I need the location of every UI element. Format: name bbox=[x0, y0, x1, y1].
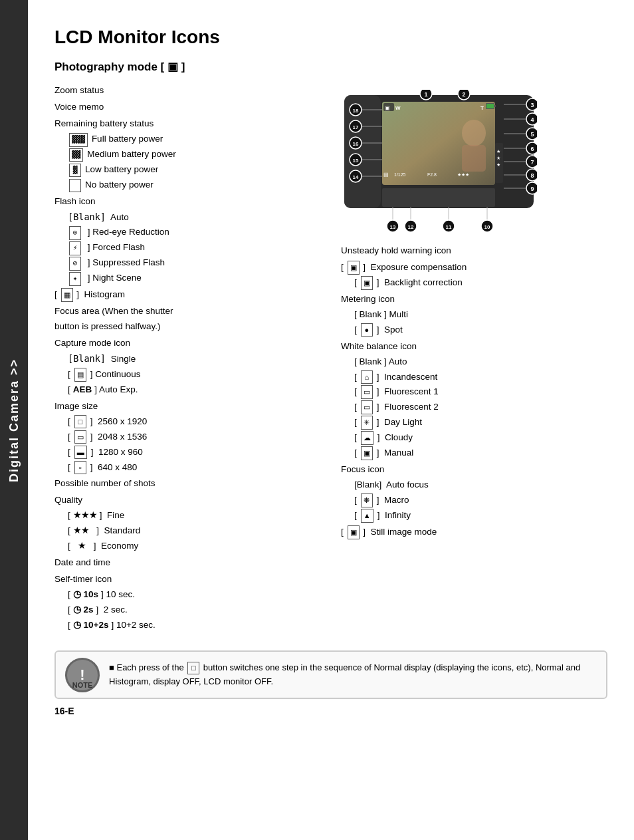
svg-text:4: 4 bbox=[530, 116, 534, 123]
list-item: [ ▲ ] Infinity bbox=[354, 508, 607, 523]
list-item: ▓ Low battery power bbox=[68, 162, 321, 178]
page-title: LCD Monitor Icons bbox=[54, 27, 607, 48]
list-item: [ AEB ] Auto Exp. bbox=[68, 382, 321, 398]
exposure-sub: [ ▣ ] Backlight correction bbox=[354, 275, 607, 291]
note-content: ■ Each press of the □ button switches on… bbox=[109, 661, 595, 689]
list-item: [Blank] Auto bbox=[68, 210, 321, 225]
battery-sub: ▓▓▓ Full battery power ▓▓ Medium battery… bbox=[68, 132, 321, 193]
svg-text:3: 3 bbox=[530, 102, 534, 108]
svg-text:1: 1 bbox=[424, 91, 427, 98]
list-item: [◷ 2s ] 2 sec. bbox=[68, 603, 321, 618]
sidebar-label: Digital Camera >> bbox=[7, 358, 21, 482]
list-item: Voice memo bbox=[54, 100, 321, 115]
list-item: [ ▬ ] 1280 x 960 bbox=[68, 445, 321, 460]
svg-text:13: 13 bbox=[390, 224, 396, 230]
list-item: [ ★★ ] Standard bbox=[68, 523, 321, 539]
svg-text:W: W bbox=[395, 105, 401, 111]
svg-point-4 bbox=[462, 120, 486, 146]
list-item: White balance icon [ Blank ] Auto [ ⌂ ] … bbox=[341, 339, 607, 462]
svg-text:F2.8: F2.8 bbox=[427, 172, 437, 177]
page-number: 16-E bbox=[54, 706, 74, 716]
list-item: No battery power bbox=[68, 178, 321, 193]
svg-text:11: 11 bbox=[446, 224, 452, 230]
list-item: ▓▓▓ Full battery power bbox=[68, 132, 321, 147]
list-item: Capture mode icon [Blank] Single [ ▤ ] C… bbox=[54, 336, 321, 398]
list-item: Image size [ □ ] 2560 x 1920 [ ▭ ] 2048 … bbox=[54, 399, 321, 476]
svg-rect-64 bbox=[382, 188, 495, 207]
list-item: [Blank] Auto focus bbox=[354, 478, 607, 493]
list-item: Date and time bbox=[54, 555, 321, 571]
camera-diagram: ▣ W T ▤ 1/125 F2.8 ★★★ ★ ★ bbox=[341, 90, 537, 233]
whitebalance-sub: [ Blank ] Auto [ ⌂ ] Incandescent [ ▭ ] … bbox=[354, 354, 607, 462]
note-box: ! NOTE ■ Each press of the □ button swit… bbox=[54, 650, 607, 700]
svg-text:5: 5 bbox=[530, 131, 534, 138]
flash-sub: [Blank] Auto ⊙ ] Red-eye Reduction ⚡ ] F… bbox=[68, 210, 321, 287]
list-item: Focus icon [Blank] Auto focus [ ❋ ] Macr… bbox=[341, 462, 607, 523]
metering-sub: [ Blank ] Multi [ ● ] Spot bbox=[354, 307, 607, 338]
page-footer: 16-E bbox=[54, 706, 607, 716]
note-label: NOTE bbox=[65, 680, 100, 692]
svg-text:15: 15 bbox=[353, 158, 359, 164]
list-item: Zoom status bbox=[54, 83, 321, 98]
svg-text:14: 14 bbox=[353, 174, 359, 180]
svg-text:1/125: 1/125 bbox=[394, 172, 406, 177]
list-item: [ ▭ ] Fluorescent 2 bbox=[354, 400, 607, 415]
capture-sub: [Blank] Single [ ▤ ] Continuous [ AEB ] … bbox=[68, 351, 321, 398]
svg-rect-5 bbox=[462, 145, 486, 172]
list-item: [ Blank ] Multi bbox=[354, 307, 607, 323]
sidebar: Digital Camera >> bbox=[0, 0, 28, 840]
list-item: Remaining battery status ▓▓▓ Full batter… bbox=[54, 116, 321, 193]
svg-rect-11 bbox=[494, 105, 496, 107]
list-item: [ ▭ ] Fluorescent 1 bbox=[354, 384, 607, 400]
list-item: Self-timer icon [◷ 10s] 10 sec. [◷ 2s ] … bbox=[54, 572, 321, 633]
camera-svg: ▣ W T ▤ 1/125 F2.8 ★★★ ★ ★ bbox=[341, 90, 537, 233]
selftimer-sub: [◷ 10s] 10 sec. [◷ 2s ] 2 sec. [◷ 10+2s … bbox=[68, 587, 321, 633]
svg-text:★★★: ★★★ bbox=[457, 172, 469, 177]
svg-text:T: T bbox=[480, 105, 484, 111]
svg-rect-12 bbox=[486, 104, 494, 108]
svg-text:▣: ▣ bbox=[385, 105, 390, 111]
list-item: [Blank] Single bbox=[68, 351, 321, 367]
svg-text:9: 9 bbox=[530, 186, 534, 192]
list-item: [ ★★★ ] Fine bbox=[68, 508, 321, 523]
content-columns: Zoom status Voice memo Remaining battery… bbox=[54, 83, 607, 634]
list-item-possible-shots: Possible number of shots bbox=[54, 476, 321, 491]
left-column: Zoom status Voice memo Remaining battery… bbox=[54, 83, 321, 634]
svg-text:▤: ▤ bbox=[383, 172, 389, 178]
list-item: [ ▤ ] Continuous bbox=[68, 367, 321, 382]
svg-text:16: 16 bbox=[353, 141, 359, 147]
svg-text:10: 10 bbox=[484, 224, 490, 230]
list-item: [ ❋ ] Macro bbox=[354, 493, 607, 508]
right-column: ▣ W T ▤ 1/125 F2.8 ★★★ ★ ★ bbox=[341, 83, 607, 634]
list-item: Focus area (When the shutterbutton is pr… bbox=[54, 304, 321, 335]
svg-text:12: 12 bbox=[408, 224, 414, 230]
svg-text:2: 2 bbox=[462, 91, 465, 98]
svg-text:7: 7 bbox=[530, 159, 534, 166]
list-item-backlight: [ ▣ ] Backlight correction bbox=[354, 275, 607, 291]
list-item: Unsteady hold warning icon bbox=[341, 243, 607, 259]
svg-text:18: 18 bbox=[353, 108, 359, 114]
svg-text:6: 6 bbox=[530, 146, 534, 152]
list-item: ▓▓ Medium battery power bbox=[68, 147, 321, 162]
list-item: Flash icon [Blank] Auto ⊙ ] Red-eye Redu… bbox=[54, 194, 321, 287]
list-item: [ Blank ] Auto bbox=[354, 354, 607, 370]
list-item: ⊘ ] Suppressed Flash bbox=[68, 255, 321, 271]
list-item: [ ▭ ] 2048 x 1536 bbox=[68, 430, 321, 445]
list-item: [◷ 10+2s ] 10+2 sec. bbox=[68, 618, 321, 633]
list-item: [ ▣ ] Exposure compensation [ ▣ ] Backli… bbox=[341, 260, 607, 291]
list-item: [ □ ] 2560 x 1920 bbox=[68, 414, 321, 430]
list-item: [ ▣ ] Still image mode bbox=[341, 525, 607, 540]
imagesize-sub: [ □ ] 2560 x 1920 [ ▭ ] 2048 x 1536 [ ▬ … bbox=[68, 414, 321, 476]
list-item: [ ▦ ] Histogram bbox=[54, 287, 321, 303]
list-item: [ ✳ ] Day Light bbox=[354, 415, 607, 430]
svg-text:★: ★ bbox=[496, 149, 500, 154]
quality-sub: [ ★★★ ] Fine [ ★★ ] Standard [ ★ ] Econo… bbox=[68, 508, 321, 554]
list-item: [ ★ ] Economy bbox=[68, 539, 321, 554]
list-item: Metering icon [ Blank ] Multi [ ● ] Spot bbox=[341, 292, 607, 338]
list-item: ⚡ ] Forced Flash bbox=[68, 240, 321, 255]
list-item: ⊙ ] Red-eye Reduction bbox=[68, 225, 321, 240]
list-item: [ ▫ ] 640 x 480 bbox=[68, 460, 321, 476]
list-item: [ ▣ ] Manual bbox=[354, 446, 607, 461]
list-item: [◷ 10s] 10 sec. bbox=[68, 587, 321, 603]
left-list: Zoom status Voice memo Remaining battery… bbox=[54, 83, 321, 633]
